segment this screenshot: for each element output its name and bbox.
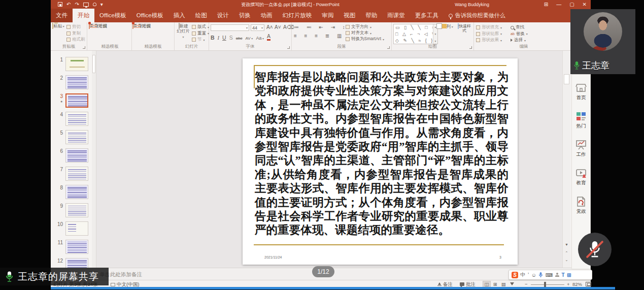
ime-skin-icon[interactable]: T (561, 272, 564, 278)
ime-keyboard-icon[interactable]: ⌨ (546, 272, 553, 278)
font-color-button[interactable]: A (267, 33, 270, 41)
slideshow-icon[interactable] (509, 281, 516, 287)
font-size-combo[interactable]: 44▾ (251, 24, 264, 31)
ime-toolbox-icon[interactable]: ⊞ (567, 272, 571, 278)
zoom-out-icon[interactable]: − (525, 281, 528, 287)
ribbon-tab[interactable]: Office模板 (94, 9, 131, 22)
paragraph-command[interactable]: 转换为SmartArt▾ (346, 36, 390, 42)
ribbon-tab[interactable]: 幻灯片放映 (278, 9, 317, 22)
ribbon-tab[interactable]: 设计 (212, 9, 234, 22)
ribbon-tab[interactable]: 文件 (51, 9, 73, 22)
alignment-icons[interactable]: ≡ ≡ ≡ ≣ ▥ (294, 33, 345, 39)
slides-command[interactable]: 版式▾ (192, 24, 209, 30)
participant-video-tile[interactable]: 王志章 (570, 9, 635, 74)
bold-button[interactable]: B (211, 35, 215, 41)
slide-thumbnail[interactable]: 1 (51, 57, 96, 75)
template-button[interactable]: 教育培训 (132, 23, 151, 29)
text-shadow-button[interactable]: S (229, 35, 233, 41)
editor-scrollbar-thumb[interactable] (564, 74, 569, 84)
ribbon-tab[interactable]: 审阅 (317, 9, 338, 22)
slide-thumbnail[interactable]: 11 (51, 240, 96, 258)
increase-font-icon[interactable]: A˄ (266, 24, 273, 30)
thumbnail-scrollbar[interactable] (92, 51, 96, 268)
restore-button[interactable]: ▢ (569, 2, 574, 7)
paragraph-row1-icons[interactable]: ≔ ≕ ⇤ ⇥ ↕ (294, 24, 348, 30)
dock-item-hot[interactable]: 热门 (572, 106, 590, 135)
font-dialog-launcher[interactable] (287, 46, 290, 49)
ime-punctuation-toggle[interactable]: ’ (528, 272, 529, 278)
slide-thumbnail[interactable]: 2 (51, 75, 96, 93)
slide-thumbnail[interactable]: 8 (51, 185, 96, 203)
ribbon-tab[interactable]: 动画 (256, 9, 278, 22)
thumbnail-scrollbar-thumb[interactable] (92, 55, 95, 73)
quick-styles-button[interactable]: 快速样式 (456, 24, 472, 33)
next-slide-icon[interactable]: ⌄ (563, 257, 570, 263)
dock-item-work[interactable]: 工作 (572, 135, 590, 163)
close-button[interactable]: ✕ (583, 2, 587, 7)
ime-mode-toggle[interactable]: 中 (521, 271, 526, 278)
ribbon-tab[interactable]: 开始 (73, 9, 94, 22)
character-spacing-button[interactable]: AV ▾ (246, 36, 253, 41)
slides-command[interactable]: 重置▾ (192, 30, 209, 37)
shape-format-command[interactable]: 形状轮廓▾ (476, 31, 502, 38)
mute-microphone-button[interactable] (578, 233, 612, 266)
arrange-button[interactable]: 排列 ▾ (440, 24, 455, 30)
ribbon-tab[interactable]: 插入 (168, 9, 190, 22)
fit-to-window-icon[interactable] (586, 281, 591, 287)
zoom-slider-track[interactable] (531, 284, 564, 285)
ime-voice-icon[interactable] (538, 272, 543, 278)
clipboard-dialog-launcher[interactable] (83, 46, 85, 49)
clipboard-command[interactable]: 复制 (66, 30, 85, 37)
dock-item-home[interactable]: 首页 (572, 78, 590, 106)
shape-format-command[interactable]: 形状填充▾ (476, 24, 502, 31)
template-button[interactable]: 教育培训 (88, 23, 108, 29)
ribbon-tab[interactable]: 雨课堂 (382, 9, 410, 22)
ribbon-tab[interactable]: 切换 (234, 9, 256, 22)
slide-thumbnail[interactable]: 5 (51, 130, 96, 148)
ribbon-tab[interactable]: 视图 (338, 9, 360, 22)
font-name-combo[interactable]: ▾ (211, 24, 249, 31)
ribbon-tab[interactable]: Office模板 (131, 9, 168, 22)
dock-item-party-gov[interactable]: 党政 (572, 191, 590, 220)
previous-slide-icon[interactable]: ⌃ (563, 250, 570, 255)
sogou-logo-icon[interactable]: S (512, 272, 518, 278)
zoom-slider-thumb[interactable] (544, 282, 546, 287)
slide-thumbnail[interactable]: 6 (51, 148, 96, 167)
editor-scrollbar[interactable]: ▼ ⌃ ⌄ (562, 51, 570, 268)
ribbon-tab[interactable]: 帮助 (360, 9, 382, 22)
ribbon-display-options-icon[interactable]: ⊞ (544, 2, 548, 7)
ime-emoji-icon[interactable]: ☺ (531, 272, 536, 278)
italic-button[interactable]: I (218, 35, 220, 41)
slide-thumbnail[interactable]: 9 (51, 203, 96, 221)
paste-button[interactable]: 粘贴 ▾ (52, 23, 65, 29)
normal-view-icon[interactable]: ◫ (483, 281, 490, 287)
ribbon-tab[interactable]: 更多工具 (410, 9, 444, 22)
zoom-in-icon[interactable]: + (567, 281, 570, 287)
select-button[interactable]: 选择▾ (511, 37, 528, 44)
slide-body-text[interactable]: 智库报告是以战略问题和公共政策为主要对象，为党和政府提供专业性决策方案与对策建议… (255, 70, 509, 237)
shape-gallery[interactable]: ▭ ▯ ╲ ╲ □ ○ □ △ ⌐ ¬ ◁ ▽ ◇ ✎ ╲ ≈ { } ▲▼▼ (393, 24, 438, 44)
shape-format-command[interactable]: 形状效果▾ (476, 37, 502, 44)
clipboard-command[interactable]: 剪切 (66, 24, 85, 30)
scroll-down-icon[interactable]: ▼ (563, 242, 570, 247)
slide-sorter-icon[interactable]: ⊞ (492, 281, 499, 287)
zoom-level[interactable]: 82% (572, 281, 582, 287)
dock-item-education[interactable]: 教育 (572, 163, 590, 191)
slide-thumbnail[interactable]: 12 (51, 258, 96, 268)
decrease-font-icon[interactable]: A˅ (275, 24, 281, 30)
slide-thumbnail[interactable]: 4 (51, 112, 96, 130)
find-button[interactable]: 查找 (511, 24, 528, 31)
tell-me-box[interactable]: 告诉我你想要做什么 (449, 9, 505, 22)
strikethrough-button[interactable]: abc (236, 36, 243, 41)
ribbon-tab[interactable]: 绘图 (190, 9, 212, 22)
slide-thumbnail[interactable]: 10 (51, 221, 96, 240)
slide-thumbnail[interactable]: 7 (51, 167, 96, 185)
paragraph-command[interactable]: 对齐文本▾ (346, 30, 390, 36)
drawing-dialog-launcher[interactable] (469, 46, 472, 49)
minimize-button[interactable]: — (556, 2, 561, 7)
clipboard-command[interactable]: 格式刷 (66, 37, 85, 43)
replace-button[interactable]: ab 替换▾ (511, 31, 528, 38)
paragraph-command[interactable]: 文字方向▾ (346, 24, 390, 30)
reading-view-icon[interactable]: ▤ (500, 281, 507, 287)
slide-thumbnail[interactable]: 3 ★ (51, 93, 96, 112)
